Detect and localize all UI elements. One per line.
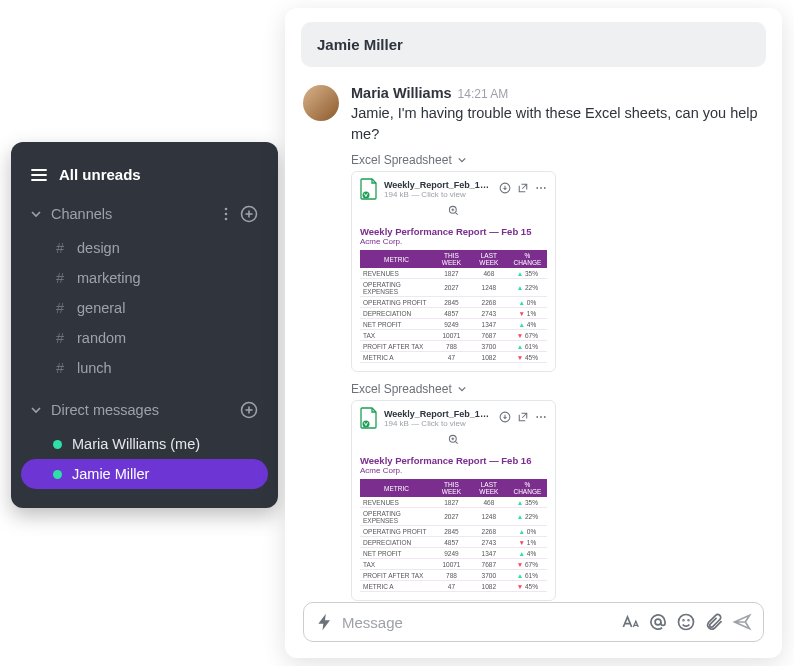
svg-point-25 <box>544 416 546 418</box>
sidebar-dm-item[interactable]: Jamie Miller <box>21 459 268 489</box>
channel-name: marketing <box>77 270 141 286</box>
sidebar: All unreads Channels #design#marketing#g… <box>11 142 278 508</box>
attachment-card[interactable]: Weekly_Report_Feb_15.xlsx 194 kB — Click… <box>351 171 556 372</box>
sidebar-dm-item[interactable]: Maria Williams (me) <box>21 429 268 459</box>
list-icon <box>31 168 47 182</box>
message-author: Maria Williams <box>351 85 452 101</box>
bolt-icon[interactable] <box>314 611 336 633</box>
more-icon[interactable] <box>535 409 547 427</box>
external-icon[interactable] <box>517 409 529 427</box>
external-icon[interactable] <box>517 180 529 198</box>
conversation-title: Jamie Miller <box>301 22 766 67</box>
attachment-filename: Weekly_Report_Feb_15.xlsx <box>384 409 493 419</box>
svg-point-33 <box>688 620 689 621</box>
channel-name: lunch <box>77 360 112 376</box>
dm-section-header[interactable]: Direct messages <box>21 393 268 427</box>
svg-line-18 <box>456 213 458 215</box>
plus-circle-icon[interactable] <box>240 205 258 223</box>
channel-name: general <box>77 300 125 316</box>
svg-point-4 <box>225 213 228 216</box>
sidebar-channel-design[interactable]: #design <box>21 233 268 263</box>
download-icon[interactable] <box>499 180 511 198</box>
kebab-icon[interactable] <box>224 207 228 221</box>
zoom-icon[interactable] <box>448 431 459 448</box>
emoji-icon[interactable] <box>675 611 697 633</box>
channel-list: #design#marketing#general#random#lunch <box>21 231 268 393</box>
hash-icon: # <box>53 330 67 346</box>
send-icon[interactable] <box>731 611 753 633</box>
hash-icon: # <box>53 360 67 376</box>
channels-label: Channels <box>51 206 214 222</box>
svg-point-5 <box>225 218 228 221</box>
hash-icon: # <box>53 270 67 286</box>
dm-label: Direct messages <box>51 402 230 418</box>
svg-point-12 <box>363 192 370 199</box>
hash-icon: # <box>53 240 67 256</box>
svg-point-16 <box>544 187 546 189</box>
svg-line-27 <box>456 442 458 444</box>
attachment-filesize: 194 kB — Click to view <box>384 419 493 428</box>
report-preview: Weekly Performance Report — Feb 15 Acme … <box>360 226 547 363</box>
attachment-label[interactable]: Excel Spreadsheet <box>351 153 764 167</box>
sidebar-header[interactable]: All unreads <box>21 160 268 197</box>
svg-point-30 <box>655 619 661 625</box>
avatar[interactable] <box>303 85 339 121</box>
attachment-filesize: 194 kB — Click to view <box>384 190 493 199</box>
more-icon[interactable] <box>535 180 547 198</box>
presence-indicator <box>53 440 62 449</box>
composer <box>303 602 764 642</box>
svg-point-32 <box>683 620 684 621</box>
hash-icon: # <box>53 300 67 316</box>
channel-name: random <box>77 330 126 346</box>
message-time: 14:21 AM <box>458 87 509 101</box>
attachment-label[interactable]: Excel Spreadsheet <box>351 382 764 396</box>
file-xlsx-icon <box>360 178 378 200</box>
dm-name: Jamie Miller <box>72 466 149 482</box>
channels-section-header[interactable]: Channels <box>21 197 268 231</box>
sidebar-channel-general[interactable]: #general <box>21 293 268 323</box>
presence-indicator <box>53 470 62 479</box>
svg-point-24 <box>540 416 542 418</box>
sidebar-channel-marketing[interactable]: #marketing <box>21 263 268 293</box>
sidebar-channel-lunch[interactable]: #lunch <box>21 353 268 383</box>
svg-point-31 <box>679 615 694 630</box>
composer-input[interactable] <box>342 614 613 631</box>
attach-icon[interactable] <box>703 611 725 633</box>
dm-name: Maria Williams (me) <box>72 436 200 452</box>
mention-icon[interactable] <box>647 611 669 633</box>
report-preview: Weekly Performance Report — Feb 16 Acme … <box>360 455 547 592</box>
attachment-card[interactable]: Weekly_Report_Feb_15.xlsx 194 kB — Click… <box>351 400 556 601</box>
svg-point-21 <box>363 421 370 428</box>
download-icon[interactable] <box>499 409 511 427</box>
plus-circle-icon[interactable] <box>240 401 258 419</box>
chevron-down-icon <box>31 209 41 219</box>
file-xlsx-icon <box>360 407 378 429</box>
svg-point-3 <box>225 208 228 211</box>
attachment-filename: Weekly_Report_Feb_15.xlsx <box>384 180 493 190</box>
dm-list: Maria Williams (me)Jamie Miller <box>21 427 268 499</box>
channel-name: design <box>77 240 120 256</box>
conversation-panel: Jamie Miller Maria Williams 14:21 AM Jam… <box>285 8 782 658</box>
svg-point-23 <box>536 416 538 418</box>
sidebar-header-label: All unreads <box>59 166 141 183</box>
svg-point-14 <box>536 187 538 189</box>
message-list: Maria Williams 14:21 AM Jamie, I'm havin… <box>285 75 782 602</box>
svg-point-15 <box>540 187 542 189</box>
text-format-icon[interactable] <box>619 611 641 633</box>
chevron-down-icon <box>31 405 41 415</box>
sidebar-channel-random[interactable]: #random <box>21 323 268 353</box>
zoom-icon[interactable] <box>448 202 459 219</box>
message-text: Jamie, I'm having trouble with these Exc… <box>351 103 764 145</box>
message: Maria Williams 14:21 AM Jamie, I'm havin… <box>303 85 764 602</box>
